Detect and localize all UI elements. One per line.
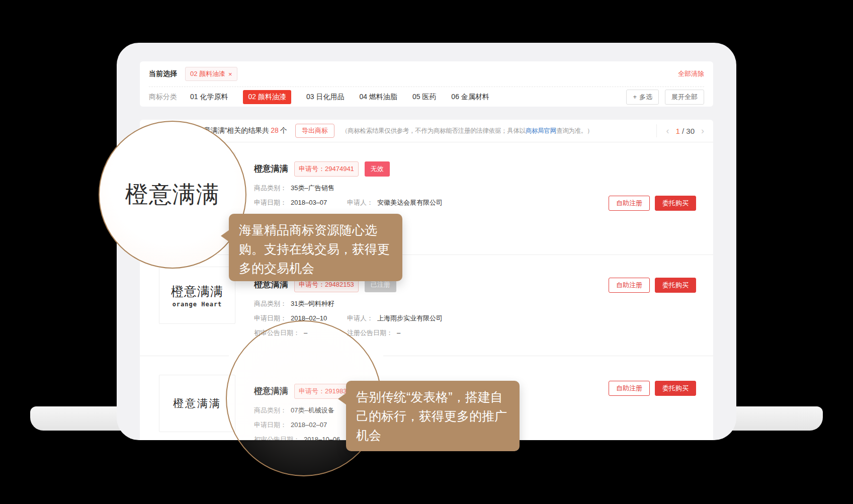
field-label: 申请日期： (254, 314, 287, 322)
field-label: 申请日期： (254, 199, 287, 206)
category-item-01[interactable]: 01 化学原料 (190, 93, 228, 102)
table-row: 橙意满满 orange Heart 橙意满满 申请号：29482153 已注册 … (140, 255, 713, 356)
trademark-thumbnail: 橙意满满 (159, 375, 235, 432)
filter-header: 当前选择 02 颜料油漆 × 全部清除 商标分类 01 化学原料 02 颜料油漆… (140, 61, 713, 107)
category-item-04[interactable]: 04 燃料油脂 (359, 93, 397, 102)
summary-unit: 个 (280, 126, 287, 134)
selected-filter-tag[interactable]: 02 颜料油漆 × (185, 67, 237, 81)
application-number-value: 29482153 (325, 281, 354, 288)
callout-tooltip-trade: 海量精品商标资源随心选购。支持在线交易，获得更多的交易机会 (229, 214, 402, 281)
field-label: 申请人： (347, 199, 373, 206)
page-separator: / (682, 127, 684, 135)
application-number-tag: 申请号：29474941 (294, 161, 359, 177)
category-row: 商标分类 01 化学原料 02 颜料油漆 03 日化用品 04 燃料油脂 05 … (149, 87, 704, 107)
self-register-button[interactable]: 自助注册 (609, 278, 650, 293)
multi-select-label: 多选 (639, 93, 652, 102)
application-number-value: 29474941 (325, 165, 354, 173)
entrust-purchase-button[interactable]: 委托购买 (655, 196, 696, 211)
magnifier-circle-top: 橙意满满 (99, 121, 246, 269)
page-indicator: 1 / 30 (675, 127, 695, 135)
field-value: 35类–广告销售 (291, 184, 334, 192)
field-value: – (397, 329, 400, 337)
current-selection-row: 当前选择 02 颜料油漆 × 全部清除 (149, 61, 704, 87)
callout-tooltip-promotion: 告别传统“发表格”，搭建自己的标行，获得更多的推广机会 (346, 381, 520, 451)
thumbnail-text: 橙意满满 (171, 283, 223, 300)
field-label: 商品类别： (254, 184, 287, 192)
field-value: 安徽美达会展有限公司 (377, 199, 443, 206)
category-item-02-selected[interactable]: 02 颜料油漆 (243, 90, 291, 104)
application-number-label: 申请号： (299, 281, 325, 288)
thumbnail-text: 橙意满满 (173, 396, 221, 410)
field-value: 2018–03–07 (291, 199, 327, 206)
selected-filter-text: 02 颜料油漆 (190, 69, 225, 78)
self-register-button[interactable]: 自助注册 (609, 381, 650, 396)
thumbnail-subtext: orange Heart (173, 301, 222, 308)
field-label: 注册公告日期： (347, 329, 393, 337)
disclaimer-text: （商标检索结果仅供参考，不作为商标能否注册的法律依据；具体以商标局官网查询为准。… (342, 127, 593, 135)
disclaimer-pre: （商标检索结果仅供参考，不作为商标能否注册的法律依据；具体以 (342, 127, 526, 134)
field-value: 上海雨步实业有限公司 (377, 314, 443, 322)
entrust-purchase-button[interactable]: 委托购买 (655, 381, 696, 396)
category-item-05[interactable]: 05 医药 (412, 93, 436, 102)
current-page: 1 (675, 127, 679, 135)
expand-all-button[interactable]: 展开全部 (665, 90, 704, 105)
current-selection-label: 当前选择 (149, 69, 177, 78)
multi-select-button[interactable]: +多选 (626, 90, 659, 105)
pagination: ‹ 1 / 30 › (656, 124, 704, 137)
next-page-icon[interactable]: › (701, 126, 704, 135)
results-bar: 为您检索到“橙意满满”相关的结果共28个 导出商标 （商标检索结果仅供参考，不作… (140, 120, 713, 142)
remove-filter-icon[interactable]: × (228, 70, 232, 78)
results-count: 28 (271, 126, 279, 134)
entrust-purchase-button[interactable]: 委托购买 (655, 278, 696, 293)
category-label: 商标分类 (149, 93, 177, 102)
row-divider (140, 356, 713, 356)
total-pages: 30 (686, 127, 695, 135)
screen: 当前选择 02 颜料油漆 × 全部清除 商标分类 01 化学原料 02 颜料油漆… (0, 0, 853, 504)
field-label: 申请人： (347, 314, 373, 322)
trademark-office-link[interactable]: 商标局官网 (526, 127, 556, 134)
field-value: 31类–饲料种籽 (291, 300, 334, 307)
status-badge: 无效 (365, 161, 390, 177)
plus-icon: + (633, 93, 637, 101)
magnified-trademark-text: 橙意满满 (125, 179, 220, 210)
application-number-label: 申请号： (299, 165, 325, 173)
self-register-button[interactable]: 自助注册 (609, 196, 650, 211)
disclaimer-post: 查询为准。） (556, 127, 593, 134)
prev-page-icon[interactable]: ‹ (666, 126, 669, 135)
category-item-03[interactable]: 03 日化用品 (306, 93, 344, 102)
field-label: 商品类别： (254, 300, 287, 307)
export-trademarks-button[interactable]: 导出商标 (295, 124, 334, 138)
clear-all-button[interactable]: 全部清除 (678, 69, 704, 78)
trademark-name: 橙意满满 (254, 163, 288, 175)
category-item-06[interactable]: 06 金属材料 (451, 93, 489, 102)
trademark-thumbnail: 橙意满满 orange Heart (159, 267, 235, 324)
